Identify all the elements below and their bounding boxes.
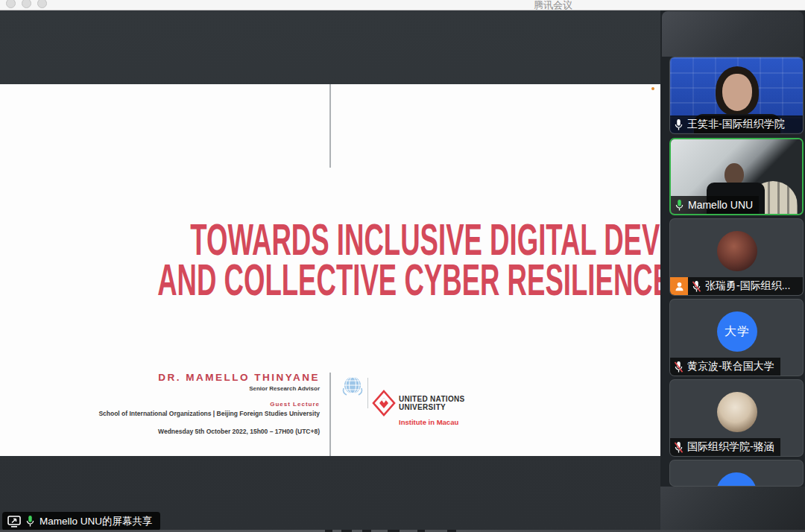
participant-name: Mamello UNU [688,199,753,211]
slide-title-line1: TOWARDS INCLUSIVE DIGITAL DEVELOPMENT [190,220,660,260]
unu-name-line2: UNIVERSITY [399,404,464,412]
annotation-dot [651,87,654,90]
mic-muted-icon [674,441,684,454]
meeting-window: 腾讯会议 TOWARDS INCLUSIVE DIGITAL DEVELOPME… [0,0,805,532]
participant-tile[interactable] [669,460,804,487]
speaker-role: Senior Research Advisor [7,385,320,392]
participant-tile-active-speaker[interactable]: Mamello UNU [669,138,804,215]
host-badge-icon [670,277,688,295]
slide-divider-bottom [329,373,331,456]
screen-share-banner[interactable]: Mamello UNU的屏幕共享 [2,512,160,531]
participant-tile[interactable]: 王笑非-国际组织学院 [669,57,804,134]
minimize-window-button[interactable] [22,0,31,8]
screen-share-icon [7,516,21,528]
mic-muted-icon [674,361,684,373]
mic-speaking-icon [675,199,684,212]
participant-name: 王笑非-国际组织学院 [687,118,785,131]
slide-divider-top [329,84,331,168]
host-institution: School of International Organizations | … [7,410,320,417]
bottom-toolbar-shadow [660,487,805,532]
event-datetime: Wednesday 5th October 2022, 15h00 – 17H0… [7,428,320,435]
logo-block: UNITED NATIONS UNIVERSITY Institute in M… [341,375,505,446]
microphone-active-icon [25,515,35,528]
zoom-window-button[interactable] [37,0,47,8]
un-logo-icon [341,375,364,397]
unu-subtitle: Institute in Macau [399,418,464,426]
participants-sidebar: 王笑非-国际组织学院 Mamello UNU [660,10,805,532]
unu-name-line1: UNITED NATIONS [399,396,464,404]
participant-name: 黄京波-联合国大学 [687,360,774,373]
slide-title-line2: AND COLLECTIVE CYBER RESILIENCE [157,260,660,300]
avatar [717,231,757,271]
titlebar: 腾讯会议 [0,0,805,10]
sidebar-top-panel [662,11,804,57]
avatar [716,472,757,487]
screen-share-label: Mamello UNU的屏幕共享 [40,515,153,528]
avatar-text: 大学 [724,324,750,340]
participant-name: 张瑞勇-国际组织... [705,279,790,293]
mic-muted-icon [692,280,701,293]
event-type: Guest Lecture [7,401,320,408]
slide-title: TOWARDS INCLUSIVE DIGITAL DEVELOPMENT AN… [0,220,660,300]
speaker-name: DR. MAMELLO THINYANE [7,372,320,383]
avatar [717,392,757,432]
participant-tile[interactable]: 大学 黄京波-联合国大学 [669,299,804,376]
speaker-block: DR. MAMELLO THINYANE Senior Research Adv… [7,372,320,435]
app-title: 腾讯会议 [534,0,572,10]
logo-divider [367,378,368,408]
shared-screen-slide: TOWARDS INCLUSIVE DIGITAL DEVELOPMENT AN… [0,84,660,456]
avatar: 大学 [717,311,757,352]
participant-tile[interactable]: 张瑞勇-国际组织... [669,218,804,296]
close-window-button[interactable] [6,0,16,8]
mic-on-icon [674,118,684,131]
participant-tile[interactable]: 国际组织学院-骆涵 [669,379,804,457]
unu-logo-icon [372,390,396,417]
participant-name: 国际组织学院-骆涵 [687,440,774,454]
